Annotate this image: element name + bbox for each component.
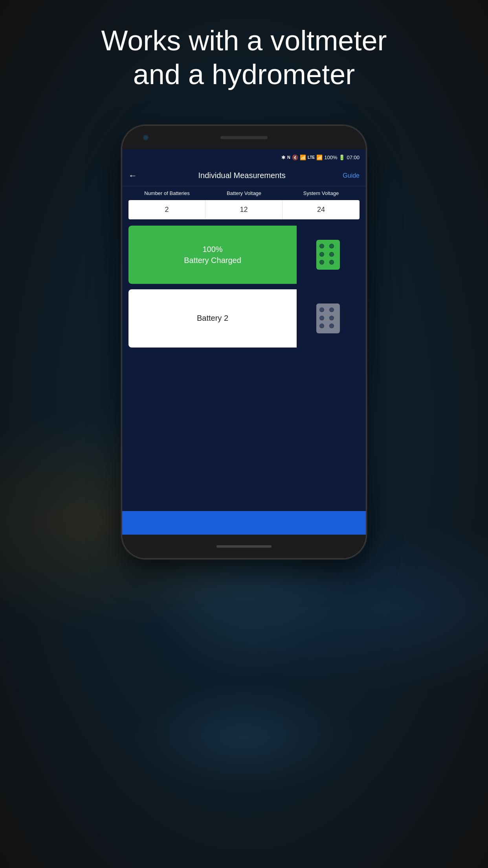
cell-dot [329,324,334,328]
col-header-voltage: Battery Voltage [205,190,283,197]
cell-dot [329,316,334,320]
guide-link[interactable]: Guide [343,172,360,179]
battery-icon-1 [316,240,340,270]
value-row: 2 12 24 [128,200,360,219]
time-display: 07:00 [347,154,360,160]
cell-dot [329,244,334,248]
status-bar-icons: ✱ N 🔇 📶 LTE 📶 100% 🔋 07:00 [281,154,360,160]
battery-card-1-right [297,226,360,284]
phone-frame: ✱ N 🔇 📶 LTE 📶 100% 🔋 07:00 ← Individual … [122,126,366,558]
battery-card-1[interactable]: 100% Battery Charged [128,226,360,284]
nfc-icon: N [287,155,290,160]
home-bar [216,545,272,548]
cell-dot [319,252,324,257]
cell-dot [329,307,334,312]
headline-line2: and a hydrometer [31,57,457,91]
battery-card-1-left: 100% Battery Charged [128,226,297,284]
phone-screen: ✱ N 🔇 📶 LTE 📶 100% 🔋 07:00 ← Individual … [122,126,366,558]
signal-icon: 📶 [316,154,323,160]
battery-icon-2 [316,303,340,333]
page-title: Individual Measurements [141,171,343,180]
cell-dot [329,260,334,265]
battery-card-2[interactable]: Battery 2 [128,289,360,348]
system-voltage-value: 24 [283,200,360,219]
headline-line1: Works with a voltmeter [31,24,457,57]
battery-pct: 100% [324,154,337,160]
camera-dot [143,134,149,141]
cell-dot [319,307,324,312]
app-content: ✱ N 🔇 📶 LTE 📶 100% 🔋 07:00 ← Individual … [122,149,366,535]
bottom-blue-bar [122,511,366,535]
battery-icon-status: 🔋 [339,154,345,160]
bluetooth-icon: ✱ [281,154,286,160]
col-header-batteries: Number of Batteries [128,190,205,197]
cell-dot [319,244,324,248]
num-batteries-value: 2 [128,200,205,219]
phone-bottom-bar [122,535,366,558]
column-headers: Number of Batteries Battery Voltage Syst… [122,186,366,200]
cell-dot [329,252,334,257]
battery-list: 100% Battery Charged [122,226,366,511]
back-button[interactable]: ← [128,171,137,181]
battery-1-label: 100% Battery Charged [184,244,241,266]
battery-card-2-right [297,289,360,348]
status-bar: ✱ N 🔇 📶 LTE 📶 100% 🔋 07:00 [122,149,366,165]
cell-dot [319,324,324,328]
battery-2-label: Battery 2 [197,314,228,323]
battery-voltage-value: 12 [205,200,283,219]
phone-top-bar [122,126,366,149]
wifi-icon: 📶 [300,154,306,160]
col-header-system: System Voltage [283,190,360,197]
headline-text: Works with a voltmeter and a hydrometer [0,24,488,92]
cell-dot [319,316,324,320]
speaker-grille [220,136,268,139]
app-header: ← Individual Measurements Guide [122,165,366,186]
cell-dot [319,260,324,265]
mute-icon: 🔇 [292,154,298,160]
lte-icon: LTE [308,155,315,160]
battery-card-2-left: Battery 2 [128,289,297,348]
